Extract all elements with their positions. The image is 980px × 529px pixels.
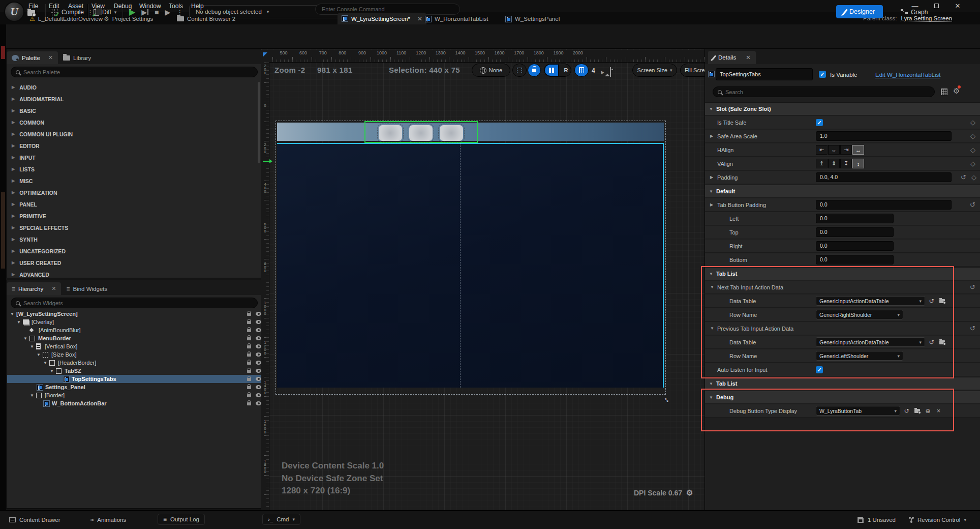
palette-category-editor[interactable]: ▶EDITOR xyxy=(7,140,261,152)
asset-tab-w-horizontaltablist[interactable]: W_HorizontalTabList xyxy=(421,13,492,24)
palette-category-common[interactable]: ▶COMMON xyxy=(7,116,261,128)
menu-debug[interactable]: Debug xyxy=(112,0,134,12)
cmd-dropdown[interactable]: ›_Cmd▾ xyxy=(262,514,300,525)
browse-asset-icon[interactable] xyxy=(913,406,922,415)
valign-option-icon[interactable]: ↕ xyxy=(852,159,864,168)
palette-category-basic[interactable]: ▶BASIC xyxy=(7,105,261,116)
hierarchy-row-sizebox[interactable]: ▼[Size Box] xyxy=(7,350,261,359)
hierarchy-row-overlay[interactable]: ▼[Overlay] xyxy=(7,318,261,326)
menu-view[interactable]: View xyxy=(89,0,107,12)
menu-window[interactable]: Window xyxy=(137,0,163,12)
widget-settings-panel[interactable] xyxy=(277,143,664,388)
alignment-selector[interactable]: ⇤⇔⇥↔ xyxy=(816,145,864,155)
hierarchy-row-menuborder[interactable]: ▼MenuBorder xyxy=(7,334,261,342)
reset-icon[interactable]: ↺ xyxy=(970,201,975,209)
halign-option-icon[interactable]: ↔ xyxy=(852,145,864,155)
property-combo[interactable]: GenericInputActionDataTable▾ xyxy=(816,337,925,347)
widget-name-input[interactable] xyxy=(716,68,813,80)
property-combo[interactable]: GenericLeftShoulder▾ xyxy=(816,351,903,361)
lock-toggle[interactable] xyxy=(528,64,541,77)
visibility-eye-icon[interactable] xyxy=(256,384,261,390)
visibility-eye-icon[interactable] xyxy=(256,343,261,349)
asset-tab-content-browser-2[interactable]: Content Browser 2 xyxy=(173,13,239,24)
property-value-field[interactable]: 1.0 xyxy=(816,131,952,141)
asset-tab-project-settings[interactable]: ⚙Project Settings xyxy=(100,13,157,24)
fill-screen-dropdown[interactable]: Fill Screen xyxy=(680,64,705,77)
asset-tab-w-settingspanel[interactable]: W_SettingsPanel xyxy=(501,13,564,24)
lock-icon[interactable] xyxy=(247,392,251,398)
designer-viewport[interactable]: 5006007008009001000110012001300140015001… xyxy=(261,49,705,510)
animations-button[interactable]: ≈Animations xyxy=(90,510,126,529)
safe-zone-dropdown[interactable]: None xyxy=(472,64,510,77)
designer-mode-button[interactable]: Designer xyxy=(836,5,883,18)
details-search-input[interactable] xyxy=(725,89,930,95)
maximize-button[interactable] xyxy=(929,1,943,11)
anchor-gizmo[interactable] xyxy=(263,161,270,162)
lock-icon[interactable] xyxy=(247,311,251,317)
property-value-field[interactable]: 0.0 xyxy=(816,227,894,237)
menu-edit[interactable]: Edit xyxy=(47,0,62,12)
palette-category-advanced[interactable]: ▶ADVANCED xyxy=(7,269,261,280)
edit-parent-widget-link[interactable]: Edit W_HorizontalTabList xyxy=(875,72,940,78)
details-property-row-name[interactable]: Row NameGenericLeftShoulder▾ xyxy=(705,349,980,363)
details-property-row-name[interactable]: Row NameGenericRightShoulder▾ xyxy=(705,308,980,321)
clear-asset-icon[interactable]: × xyxy=(934,406,943,415)
hierarchy-search-input[interactable] xyxy=(23,300,253,306)
palette-category-common-ui-plugin[interactable]: ▶COMMON UI PLUGIN xyxy=(7,128,261,140)
lock-icon[interactable] xyxy=(247,400,251,406)
palette-category-synth[interactable]: ▶SYNTH xyxy=(7,233,261,245)
lock-icon[interactable] xyxy=(247,351,251,358)
dashed-outline-toggle[interactable] xyxy=(512,64,527,77)
use-asset-icon[interactable]: ↺ xyxy=(902,406,911,415)
details-property-next-tab-input-action-data[interactable]: ▼Next Tab Input Action Data↺ xyxy=(705,281,980,294)
grid-snap-size[interactable]: 4 xyxy=(592,67,595,74)
tab-library[interactable]: Library xyxy=(58,51,96,64)
details-property-halign[interactable]: HAlign⇤⇔⇥↔◇ xyxy=(705,143,980,157)
details-property-left[interactable]: Left0.0 xyxy=(705,212,980,225)
respect-locks-group[interactable]: R xyxy=(544,64,571,77)
unsaved-status[interactable]: 1 Unsaved xyxy=(857,510,896,529)
browse-asset-icon[interactable] xyxy=(938,338,946,346)
palette-category-uncategorized[interactable]: ▶UNCATEGORIZED xyxy=(7,245,261,257)
lock-icon[interactable] xyxy=(247,368,251,374)
close-icon[interactable]: ✕ xyxy=(48,54,53,61)
visibility-eye-icon[interactable] xyxy=(256,351,261,358)
asset-tab-l-defaulteditoroverview[interactable]: ⚠L_DefaultEditorOverview xyxy=(25,13,107,24)
property-value-field[interactable]: 0.0 xyxy=(816,255,894,264)
palette-category-special-effects[interactable]: ▶SPECIAL EFFECTS xyxy=(7,222,261,233)
revision-control-dropdown[interactable]: Revision Control▾ xyxy=(909,510,966,529)
tab-palette[interactable]: Palette✕ xyxy=(7,51,58,64)
property-checkbox[interactable]: ✓ xyxy=(816,119,823,126)
lock-icon[interactable] xyxy=(247,335,251,341)
dpi-gear-icon[interactable]: ⚙ xyxy=(686,488,693,497)
close-icon[interactable]: ✕ xyxy=(746,54,751,61)
details-property-tab-button-padding[interactable]: ▶Tab Button Padding0.0↺ xyxy=(705,198,980,212)
reset-icon[interactable]: ↺ xyxy=(961,173,966,181)
halign-option-icon[interactable]: ⇥ xyxy=(840,145,852,155)
halign-option-icon[interactable]: ⇤ xyxy=(816,145,828,155)
valign-option-icon[interactable]: ↥ xyxy=(816,159,828,168)
selected-tablist-outline[interactable] xyxy=(364,121,478,143)
is-variable-checkbox[interactable]: ✓ xyxy=(819,71,826,78)
asset-tab-w-lyrasettingscreen-[interactable]: W_LyraSettingScreen*✕ xyxy=(338,13,426,24)
details-property-is-title-safe[interactable]: Is Title Safe✓◇ xyxy=(705,116,980,129)
visibility-eye-icon[interactable] xyxy=(256,392,261,398)
property-value-field[interactable]: 0.0, 4.0 xyxy=(816,172,952,182)
reset-icon[interactable]: ↺ xyxy=(970,283,975,291)
details-property-auto-listen-for-input[interactable]: Auto Listen for Input✓ xyxy=(705,363,980,376)
preview-image-button[interactable] xyxy=(610,68,611,76)
grid-snap-toggle[interactable] xyxy=(574,64,589,77)
palette-category-primitive[interactable]: ▶PRIMITIVE xyxy=(7,210,261,222)
property-checkbox[interactable]: ✓ xyxy=(816,366,823,373)
visibility-eye-icon[interactable] xyxy=(256,368,261,374)
visibility-eye-icon[interactable] xyxy=(256,311,261,317)
property-value-field[interactable]: 0.0 xyxy=(816,214,894,223)
lock-icon[interactable] xyxy=(247,327,251,333)
visibility-eye-icon[interactable] xyxy=(256,360,261,366)
property-value-field[interactable]: 0.0 xyxy=(816,200,952,210)
content-drawer-button[interactable]: Content Drawer xyxy=(9,510,60,529)
palette-category-input[interactable]: ▶INPUT xyxy=(7,152,261,163)
palette-category-optimization[interactable]: ▶OPTIMIZATION xyxy=(7,187,261,198)
screen-size-dropdown[interactable]: Screen Size▾ xyxy=(632,64,677,77)
details-property-right[interactable]: Right0.0 xyxy=(705,240,980,253)
